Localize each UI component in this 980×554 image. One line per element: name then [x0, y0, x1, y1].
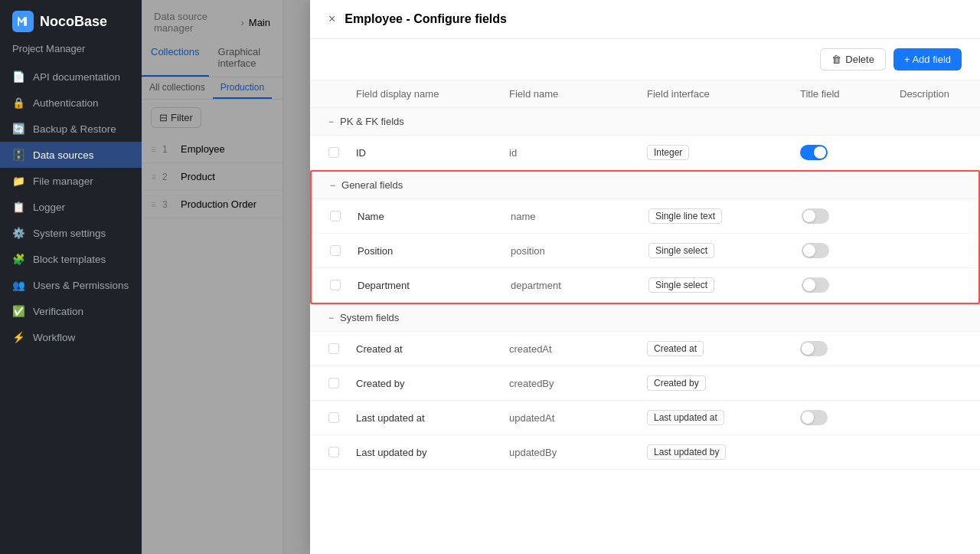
add-field-button[interactable]: + Add field: [893, 48, 962, 70]
template-icon: 🧩: [12, 253, 25, 265]
toggle-department[interactable]: [802, 277, 829, 293]
checkbox-created-at[interactable]: [328, 343, 339, 354]
field-row-updated-by: Last updated by updatedBy Last updated b…: [310, 435, 980, 470]
lock-icon: 🔒: [12, 97, 25, 109]
toggle-name[interactable]: [802, 208, 829, 224]
field-interface-id: Integer: [647, 145, 800, 160]
sidebar: NocoBase Project Manager 📄 API documenta…: [0, 0, 142, 554]
toggle-created-at[interactable]: [800, 341, 828, 356]
checkbox-updated-at[interactable]: [328, 412, 339, 423]
sidebar-item-label: System settings: [33, 228, 106, 239]
section-header-system: − System fields: [310, 304, 980, 332]
sidebar-item-label: Block templates: [33, 254, 106, 265]
flow-icon: ⚡: [12, 331, 25, 343]
sidebar-item-logger[interactable]: 📋 Logger: [0, 194, 142, 220]
title-field-name: [802, 208, 901, 224]
field-display-name-created-at: Created at: [356, 343, 509, 355]
sidebar-item-verification[interactable]: ✅ Verification: [0, 298, 142, 324]
sidebar-item-label: File manager: [33, 175, 93, 187]
field-name-name: name: [511, 211, 648, 222]
col-title-field: Title field: [800, 88, 900, 100]
gear-icon: ⚙️: [12, 227, 25, 239]
field-display-name-id: ID: [356, 147, 509, 159]
field-interface-position: Single select: [648, 243, 802, 258]
delete-button[interactable]: 🗑 Delete: [820, 48, 886, 70]
main-area: Data source manager › Main Collections G…: [142, 0, 980, 554]
collapse-icon-system[interactable]: −: [328, 313, 334, 323]
add-field-label: + Add field: [904, 54, 951, 65]
field-name-updated-by: updatedBy: [509, 447, 647, 458]
field-name-department: department: [511, 280, 648, 291]
sidebar-item-backup-restore[interactable]: 🔄 Backup & Restore: [0, 116, 142, 142]
field-name-created-at: createdAt: [509, 343, 647, 355]
section-header-pk-fk: − PK & FK fields: [310, 108, 980, 136]
database-icon: 🗄️: [12, 149, 25, 161]
checkbox-created-by[interactable]: [328, 378, 339, 388]
checkbox-department[interactable]: [330, 280, 341, 290]
collapse-icon[interactable]: −: [328, 116, 334, 127]
file-icon: 📄: [12, 70, 25, 83]
field-row-created-by: Created by createdBy Created by Edit Del…: [310, 366, 980, 401]
toggle-position[interactable]: [802, 243, 829, 258]
field-display-name-department: Department: [358, 280, 511, 291]
sidebar-item-label: Logger: [33, 202, 65, 213]
field-row-name: Name name Single line text Edit Delete: [312, 199, 978, 234]
logo-icon: [12, 11, 34, 32]
col-field-interface: Field interface: [647, 88, 800, 100]
section-label: PK & FK fields: [340, 116, 404, 127]
fields-table: Field display name Field name Field inte…: [310, 80, 980, 554]
sidebar-item-data-sources[interactable]: 🗄️ Data sources: [0, 142, 142, 168]
field-display-name-name: Name: [358, 211, 511, 222]
table-header: Field display name Field name Field inte…: [310, 80, 980, 108]
title-field-updated-at: [800, 410, 900, 425]
delete-label: Delete: [845, 54, 874, 65]
checkbox-updated-by[interactable]: [328, 447, 339, 457]
collapse-icon-general[interactable]: −: [330, 180, 335, 191]
sidebar-item-system-settings[interactable]: ⚙️ System settings: [0, 220, 142, 246]
section-header-general: − General fields: [312, 172, 978, 199]
sidebar-item-authentication[interactable]: 🔒 Authentication: [0, 90, 142, 116]
field-row-position: Position position Single select Edit Del…: [312, 234, 978, 268]
field-name-id: id: [509, 147, 647, 159]
sidebar-item-api-documentation[interactable]: 📄 API documentation: [0, 64, 142, 90]
modal-header: × Employee - Configure fields: [310, 0, 980, 39]
sidebar-item-file-manager[interactable]: 📁 File manager: [0, 168, 142, 194]
checkbox-name[interactable]: [330, 211, 341, 221]
modal-title: Employee - Configure fields: [345, 12, 507, 26]
field-interface-updated-by: Last updated by: [647, 444, 800, 460]
title-field-id: [800, 145, 900, 160]
project-name: Project Manager: [0, 43, 142, 64]
field-row-created-at: Created at createdAt Created at Edit Del…: [310, 332, 980, 366]
toggle-id[interactable]: [800, 145, 828, 160]
sidebar-item-users-permissions[interactable]: 👥 Users & Permissions: [0, 272, 142, 298]
field-display-name-created-by: Created by: [356, 378, 509, 389]
sidebar-item-label: Verification: [33, 306, 83, 317]
sidebar-item-label: Authentication: [33, 97, 99, 109]
sidebar-header: NocoBase: [0, 0, 142, 43]
field-name-position: position: [511, 245, 648, 257]
sidebar-item-label: API documentation: [33, 71, 120, 83]
field-interface-name: Single line text: [648, 208, 802, 224]
field-row-updated-at: Last updated at updatedAt Last updated a…: [310, 401, 980, 435]
checkbox-position[interactable]: [330, 245, 341, 256]
section-label-general: General fields: [341, 179, 403, 191]
title-field-created-at: [800, 341, 900, 356]
toggle-updated-at[interactable]: [800, 410, 828, 425]
field-interface-department: Single select: [648, 277, 802, 293]
field-name-created-by: createdBy: [509, 378, 647, 389]
sidebar-item-label: Workflow: [33, 332, 75, 343]
title-field-position: [802, 243, 901, 258]
field-interface-updated-at: Last updated at: [647, 410, 800, 425]
sidebar-item-label: Backup & Restore: [33, 123, 116, 135]
sidebar-item-block-templates[interactable]: 🧩 Block templates: [0, 246, 142, 272]
sidebar-navigation: 📄 API documentation 🔒 Authentication 🔄 B…: [0, 64, 142, 554]
app-logo-text: NocoBase: [40, 14, 107, 30]
sidebar-item-workflow[interactable]: ⚡ Workflow: [0, 324, 142, 350]
general-fields-section: − General fields Name name Single line t…: [310, 170, 980, 304]
col-field-display-name: Field display name: [356, 88, 509, 100]
close-icon[interactable]: ×: [328, 12, 335, 26]
sidebar-item-label: Data sources: [33, 149, 94, 161]
backup-icon: 🔄: [12, 123, 25, 135]
col-description: Description: [900, 88, 980, 100]
checkbox-id[interactable]: [328, 147, 339, 158]
